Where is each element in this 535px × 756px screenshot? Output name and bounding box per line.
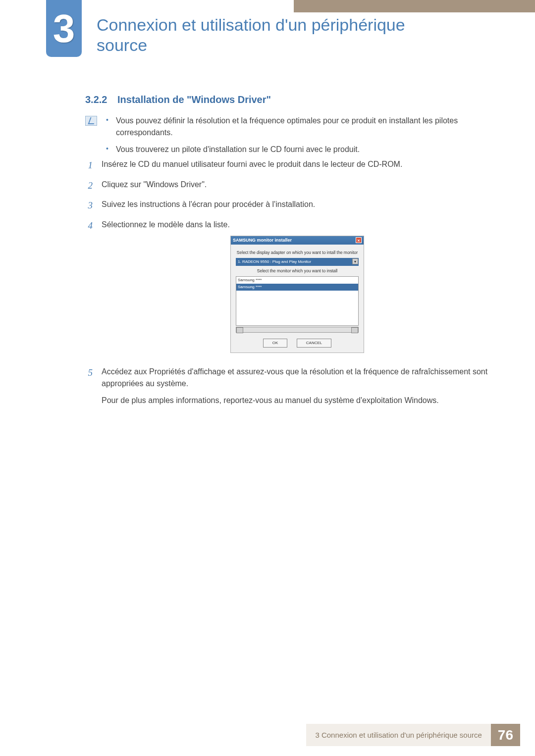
installer-button-row: OK CANCEL <box>236 339 359 348</box>
step-number: 2 <box>85 179 93 193</box>
cancel-button[interactable]: CANCEL <box>297 339 331 348</box>
chapter-number: 3 <box>53 6 75 51</box>
step-text: Insérez le CD du manuel utilisateur four… <box>102 158 493 173</box>
close-icon[interactable]: × <box>356 237 362 243</box>
header-accent-bar <box>294 0 535 12</box>
list-item-selected[interactable]: Samsung **** <box>236 284 358 291</box>
list-item[interactable]: Samsung **** <box>236 277 358 284</box>
section-heading: 3.2.2 Installation de "Windows Driver" <box>85 94 271 105</box>
chevron-down-icon[interactable]: ▾ <box>352 258 358 264</box>
section-number: 3.2.2 <box>85 94 107 105</box>
step-text: Cliquez sur "Windows Driver". <box>102 179 493 193</box>
installer-adapter-select[interactable]: 1. RADEON 9550 : Plug and Play Monitor ▾ <box>236 258 359 266</box>
installer-title-text: SAMSUNG monitor installer <box>233 237 292 244</box>
step-1: 1 Insérez le CD du manuel utilisateur fo… <box>85 158 493 173</box>
step-3: 3 Suivez les instructions à l'écran pour… <box>85 199 493 213</box>
step-number: 5 <box>85 366 93 406</box>
installer-body: Select the display adapter on which you … <box>231 245 364 353</box>
step-text-extra: Pour de plus amples informations, report… <box>102 395 493 406</box>
note-item: Vous trouverez un pilote d'installation … <box>106 144 493 155</box>
installer-titlebar: SAMSUNG monitor installer × <box>231 236 364 245</box>
horizontal-scrollbar[interactable] <box>236 327 359 333</box>
step-text: Accédez aux Propriétés d'affichage et as… <box>102 366 493 406</box>
step-text: Sélectionnez le modèle dans la liste. SA… <box>102 219 493 360</box>
note-list: Vous pouvez définir la résolution et la … <box>106 115 493 160</box>
footer-chapter-label: 3 Connexion et utilisation d'un périphér… <box>306 724 490 746</box>
page-number: 76 <box>491 724 520 746</box>
step-2: 2 Cliquez sur "Windows Driver". <box>85 179 493 193</box>
step-number: 4 <box>85 219 93 360</box>
section-title: Installation de "Windows Driver" <box>117 94 271 105</box>
step-text: Suivez les instructions à l'écran pour p… <box>102 199 493 213</box>
note-block: Vous pouvez définir la résolution et la … <box>85 115 493 160</box>
note-icon <box>85 116 97 126</box>
step-4: 4 Sélectionnez le modèle dans la liste. … <box>85 219 493 360</box>
step-number: 3 <box>85 199 93 213</box>
installer-label-monitor: Select the monitor which you want to ins… <box>236 268 359 274</box>
installer-monitor-list[interactable]: Samsung **** Samsung **** <box>236 276 359 326</box>
page-footer: 3 Connexion et utilisation d'un périphér… <box>306 724 520 746</box>
step-text-line: Accédez aux Propriétés d'affichage et as… <box>102 366 493 390</box>
steps-list: 1 Insérez le CD du manuel utilisateur fo… <box>85 158 493 412</box>
chapter-title: Connexion et utilisation d'un périphériq… <box>97 15 443 55</box>
installer-label-adapter: Select the display adapter on which you … <box>236 250 359 256</box>
step-number: 1 <box>85 158 93 173</box>
installer-select-value: 1. RADEON 9550 : Plug and Play Monitor <box>238 259 311 264</box>
chapter-badge: 3 <box>46 0 82 57</box>
step-5: 5 Accédez aux Propriétés d'affichage et … <box>85 366 493 406</box>
installer-dialog: SAMSUNG monitor installer × Select the d… <box>230 236 364 353</box>
ok-button[interactable]: OK <box>263 339 288 348</box>
note-item: Vous pouvez définir la résolution et la … <box>106 115 493 139</box>
step-text-line: Sélectionnez le modèle dans la liste. <box>102 219 493 231</box>
